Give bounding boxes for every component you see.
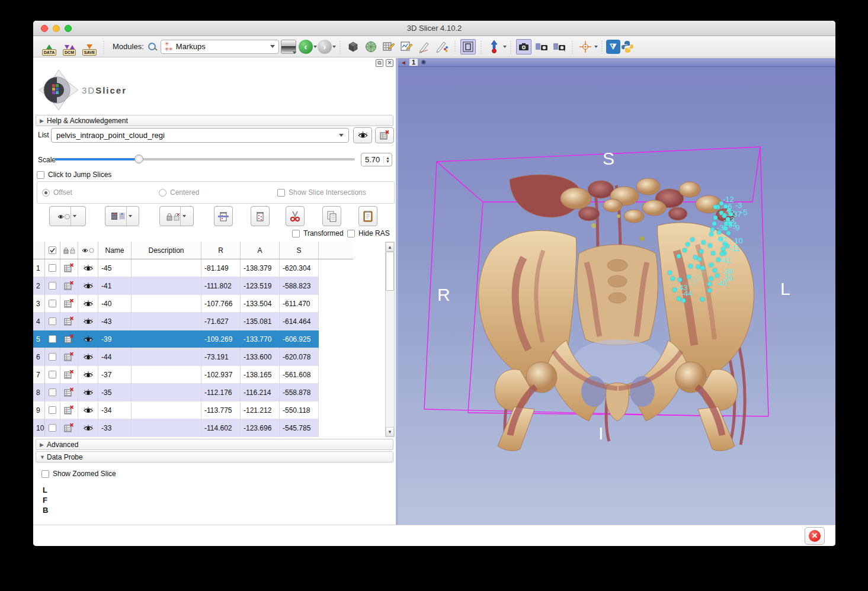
row-selected-checkbox[interactable] (45, 402, 60, 419)
data-probe-header[interactable]: ▼ Data Probe (36, 451, 393, 462)
lock-all-caret[interactable] (180, 207, 188, 226)
header-name[interactable]: Name (98, 242, 132, 259)
visibility-all-caret[interactable] (71, 207, 78, 226)
row-name[interactable]: -45 (98, 259, 132, 277)
row-lock-icon[interactable] (60, 277, 78, 295)
row-s-value[interactable]: -606.925 (280, 330, 319, 348)
row-r-value[interactable]: -81.149 (201, 259, 241, 277)
row-r-value[interactable]: -112.176 (201, 384, 241, 402)
list-selector[interactable]: pelvis_intraop_point_cloud_regi (51, 128, 349, 143)
table-row[interactable]: 1-45-81.149-138.379-620.304 (33, 259, 353, 277)
row-r-value[interactable]: -114.602 (201, 419, 241, 437)
jump-slices-checkbox-row[interactable]: Click to Jump Slices (37, 171, 111, 179)
screenshot-button[interactable] (460, 39, 476, 54)
capture-view-button[interactable] (516, 39, 531, 54)
scale-spinbox[interactable]: 5.70 ▲▼ (361, 153, 392, 166)
row-s-value[interactable]: -550.118 (280, 402, 319, 419)
row-selected-checkbox[interactable] (45, 330, 60, 348)
fiducial-point[interactable] (708, 243, 712, 248)
fiducial-point[interactable] (709, 263, 713, 267)
row-visibility-icon[interactable] (78, 402, 98, 419)
transformed-checkbox-row[interactable]: Transformed (292, 229, 344, 237)
row-selected-checkbox[interactable] (45, 419, 60, 437)
module-search-icon[interactable] (148, 42, 157, 52)
close-panel-icon[interactable]: ✕ (386, 59, 393, 67)
row-r-value[interactable]: -71.627 (201, 313, 241, 330)
list-visibility-button[interactable] (353, 127, 372, 143)
history-forward-caret-icon[interactable] (332, 46, 336, 48)
row-description[interactable] (132, 384, 201, 402)
save-button[interactable]: SAVE (81, 38, 98, 56)
crosshair-caret-icon[interactable] (594, 46, 598, 48)
cut-point-button[interactable] (286, 206, 305, 226)
row-description[interactable] (132, 277, 201, 295)
help-acknowledgement-header[interactable]: ▶ Help & Acknowledgement (36, 115, 393, 126)
transformed-checkbox[interactable] (292, 230, 300, 237)
table-row[interactable]: 2-41-111.802-123.519-588.823 (33, 277, 353, 295)
fiducial-point[interactable] (677, 254, 681, 258)
table-row[interactable]: 4-43-71.627-135.081-614.464 (33, 313, 353, 330)
history-back-button[interactable]: ‹ (299, 40, 313, 54)
fiducial-point[interactable] (720, 252, 724, 256)
row-name[interactable]: -44 (98, 348, 132, 366)
row-name[interactable]: -39 (98, 330, 132, 348)
row-lock-icon[interactable] (60, 419, 78, 437)
threed-viewport[interactable]: -12-6-3-32-37-5-33-34-35-9-42-10-11-41-3… (398, 67, 835, 525)
view-pin-icon[interactable]: ◄ (401, 59, 406, 66)
row-visibility-icon[interactable] (78, 277, 98, 295)
copy-point-button[interactable] (322, 206, 341, 226)
row-selected-checkbox[interactable] (45, 277, 60, 295)
row-s-value[interactable]: -620.078 (280, 348, 319, 366)
delete-list-button[interactable] (375, 127, 394, 143)
scroll-down-icon[interactable]: ▼ (386, 427, 394, 436)
row-name[interactable]: -40 (98, 295, 132, 313)
row-selected-checkbox[interactable] (45, 313, 60, 330)
editor-module-icon[interactable] (434, 39, 450, 54)
load-data-button[interactable]: DATA (40, 38, 58, 56)
row-r-value[interactable]: -102.937 (201, 366, 241, 384)
fiducial-point[interactable] (707, 282, 712, 286)
slice-intersections-checkbox[interactable] (277, 189, 285, 197)
row-a-value[interactable]: -123.519 (241, 277, 280, 295)
row-visibility-icon[interactable] (78, 259, 98, 277)
table-row[interactable]: 9-34-113.775-121.212-550.118 (33, 402, 353, 419)
row-a-value[interactable]: -138.165 (241, 366, 280, 384)
row-name[interactable]: -34 (98, 402, 132, 419)
fiducial-point[interactable] (709, 277, 713, 281)
python-console-icon[interactable] (620, 40, 635, 54)
row-s-value[interactable]: -611.470 (280, 295, 319, 313)
header-s[interactable]: S (280, 242, 319, 259)
row-a-value[interactable]: -121.212 (241, 402, 280, 419)
header-description[interactable]: Description (132, 242, 201, 259)
fiducial-point[interactable] (713, 216, 718, 220)
row-r-value[interactable]: -111.802 (201, 277, 241, 295)
show-zoomed-slice-checkbox[interactable] (41, 470, 49, 478)
scroll-thumb[interactable] (386, 252, 394, 291)
hide-ras-checkbox[interactable] (347, 230, 355, 237)
row-description[interactable] (132, 402, 201, 419)
row-description[interactable] (132, 259, 201, 277)
lock-all-button[interactable] (159, 206, 194, 226)
selected-all-caret[interactable] (126, 207, 134, 226)
row-name[interactable]: -37 (98, 366, 132, 384)
paste-point-button[interactable] (358, 206, 377, 226)
header-selected-checkbox[interactable] (45, 242, 60, 259)
fiducial-point[interactable] (668, 271, 672, 275)
fiducial-point[interactable] (712, 221, 716, 226)
row-name[interactable]: -43 (98, 313, 132, 330)
table-row[interactable]: 3-40-107.766-133.504-611.470 (33, 295, 353, 313)
row-a-value[interactable]: -123.696 (241, 419, 280, 437)
row-selected-checkbox[interactable] (45, 348, 60, 366)
centered-radio[interactable] (159, 189, 166, 197)
row-a-value[interactable]: -116.214 (241, 384, 280, 402)
fiducial-point[interactable] (681, 298, 686, 303)
table-row[interactable]: 5-39-109.269-133.770-606.925 (33, 330, 353, 348)
row-a-value[interactable]: -133.600 (241, 348, 280, 366)
transforms-module-icon[interactable] (381, 39, 396, 54)
row-visibility-icon[interactable] (78, 384, 98, 402)
crop-volume-icon[interactable] (345, 39, 361, 54)
row-lock-icon[interactable] (60, 259, 78, 277)
crosshair-button[interactable] (578, 39, 593, 54)
view-settings-icon[interactable]: ✺ (421, 59, 426, 66)
row-visibility-icon[interactable] (78, 330, 98, 348)
